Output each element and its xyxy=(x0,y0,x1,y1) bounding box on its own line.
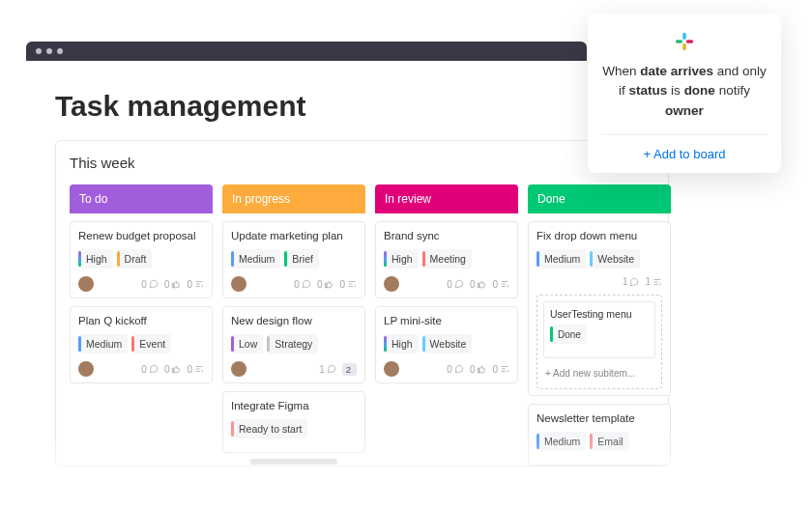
column-header[interactable]: To do xyxy=(70,184,213,213)
tag[interactable]: Medium xyxy=(536,249,586,269)
card-footer: 0 0 0 xyxy=(231,276,357,292)
avatar[interactable] xyxy=(78,361,94,377)
subitem-count[interactable]: 0 xyxy=(492,279,509,290)
tag[interactable]: Medium xyxy=(231,249,280,269)
window-dot xyxy=(36,48,42,54)
card-metrics: 0 0 0 xyxy=(141,279,204,290)
card[interactable]: Update marketing planMediumBrief0 0 0 xyxy=(222,221,365,298)
like-count[interactable]: 0 xyxy=(470,364,487,375)
comment-count[interactable]: 1 xyxy=(319,364,336,375)
svg-rect-3 xyxy=(686,40,693,43)
card[interactable]: Fix drop down menuMediumWebsite1 1 UserT… xyxy=(528,221,671,396)
card[interactable]: Brand syncHighMeeting0 0 0 xyxy=(375,221,518,298)
avatar[interactable] xyxy=(78,276,94,292)
column-header[interactable]: In review xyxy=(375,184,518,213)
subitems: UserTesting menuDone+ Add new subitem... xyxy=(536,295,662,389)
like-count[interactable]: 0 xyxy=(164,364,182,375)
comment-count[interactable]: 0 xyxy=(141,364,159,375)
card-title: Fix drop down menu xyxy=(536,230,662,241)
card-title: LP mini-site xyxy=(384,315,509,326)
tag[interactable]: Website xyxy=(422,334,473,353)
card-tags: MediumBrief xyxy=(231,249,357,269)
tag[interactable]: High xyxy=(78,249,113,269)
subitem-count[interactable]: 0 xyxy=(187,279,204,290)
card-tags: HighDraft xyxy=(78,249,204,269)
avatar[interactable] xyxy=(384,361,399,377)
tag[interactable]: Event xyxy=(131,334,171,353)
page-title: Task management xyxy=(55,90,587,123)
card-footer: 1 2 xyxy=(231,361,357,377)
card-title: Newsletter template xyxy=(536,412,662,424)
column-progress: In progressUpdate marketing planMediumBr… xyxy=(222,184,365,466)
column-done: DoneFix drop down menuMediumWebsite1 1 U… xyxy=(528,184,671,466)
tag[interactable]: Medium xyxy=(536,432,586,451)
svg-rect-1 xyxy=(676,40,682,43)
card-metrics: 0 0 0 xyxy=(447,364,509,375)
tag[interactable]: Meeting xyxy=(422,249,472,269)
card[interactable]: Plan Q kickoffMediumEvent0 0 0 xyxy=(70,306,213,383)
card[interactable]: Integrate FigmaReady to start xyxy=(222,391,365,453)
card-tags: LowStrategy xyxy=(231,334,357,353)
tag[interactable]: Strategy xyxy=(267,334,318,353)
tag[interactable]: High xyxy=(384,334,419,353)
add-subitem-button[interactable]: + Add new subitem... xyxy=(543,364,655,382)
slack-icon xyxy=(674,31,695,52)
tag[interactable]: Low xyxy=(231,334,263,353)
card-title: Integrate Figma xyxy=(231,400,357,411)
card-title: Renew budget proposal xyxy=(78,230,204,241)
browser-chrome xyxy=(26,42,587,61)
tag[interactable]: Brief xyxy=(284,249,319,269)
card-tags: MediumEmail xyxy=(536,432,662,451)
comment-count[interactable]: 0 xyxy=(447,279,464,290)
comment-count[interactable]: 1 xyxy=(623,276,640,287)
column-header[interactable]: Done xyxy=(528,184,671,213)
comment-count[interactable]: 0 xyxy=(294,279,311,290)
card-footer: 0 0 0 xyxy=(384,276,509,292)
board-title: This week xyxy=(70,155,654,171)
subitem-count[interactable]: 1 xyxy=(645,276,662,287)
card-tags: HighMeeting xyxy=(384,249,509,269)
card-metrics: 0 0 0 xyxy=(294,279,357,290)
svg-rect-0 xyxy=(682,33,686,40)
svg-rect-2 xyxy=(682,43,686,50)
subitem-count[interactable]: 0 xyxy=(187,364,204,375)
callout-text: When date arrives and only if status is … xyxy=(601,62,768,121)
card-title: Update marketing plan xyxy=(231,230,357,241)
tag[interactable]: Done xyxy=(550,325,587,344)
comment-count[interactable]: 0 xyxy=(447,364,464,375)
comment-count[interactable]: 0 xyxy=(141,279,159,290)
columns: To doRenew budget proposalHighDraft0 0 0… xyxy=(70,184,654,466)
like-count[interactable]: 0 xyxy=(164,279,182,290)
column-review: In reviewBrand syncHighMeeting0 0 0 LP m… xyxy=(375,184,518,466)
card-footer: 0 0 0 xyxy=(78,361,204,377)
tag[interactable]: Email xyxy=(590,432,628,451)
tag[interactable]: Draft xyxy=(117,249,153,269)
card-metrics: 0 0 0 xyxy=(447,279,509,290)
subitem-count[interactable]: 2 xyxy=(342,363,357,376)
card-footer: 0 0 0 xyxy=(384,361,509,377)
card-footer: 1 1 xyxy=(536,276,662,287)
avatar[interactable] xyxy=(231,361,246,377)
subitem-count[interactable]: 0 xyxy=(339,279,357,290)
card-tags: MediumWebsite xyxy=(536,249,662,269)
subitem-count[interactable]: 0 xyxy=(492,364,509,375)
card[interactable]: New design flowLowStrategy1 2 xyxy=(222,306,365,383)
avatar[interactable] xyxy=(384,276,399,292)
card[interactable]: Newsletter templateMediumEmail xyxy=(528,404,671,466)
tag[interactable]: Website xyxy=(590,249,640,269)
like-count[interactable]: 0 xyxy=(470,279,487,290)
tag[interactable]: High xyxy=(384,249,419,269)
card-tags: MediumEvent xyxy=(78,334,204,353)
board: This week To doRenew budget proposalHigh… xyxy=(55,140,669,467)
scrollbar-hint xyxy=(250,459,337,465)
subitem[interactable]: UserTesting menuDone xyxy=(543,301,655,358)
like-count[interactable]: 0 xyxy=(317,279,334,290)
column-header[interactable]: In progress xyxy=(222,184,365,213)
card[interactable]: Renew budget proposalHighDraft0 0 0 xyxy=(70,221,213,298)
add-to-board-button[interactable]: + Add to board xyxy=(601,134,768,173)
avatar[interactable] xyxy=(231,276,246,292)
tag[interactable]: Medium xyxy=(78,334,128,353)
card-metrics: 1 2 xyxy=(319,363,357,376)
tag[interactable]: Ready to start xyxy=(231,419,307,438)
card[interactable]: LP mini-siteHighWebsite0 0 0 xyxy=(375,306,518,383)
